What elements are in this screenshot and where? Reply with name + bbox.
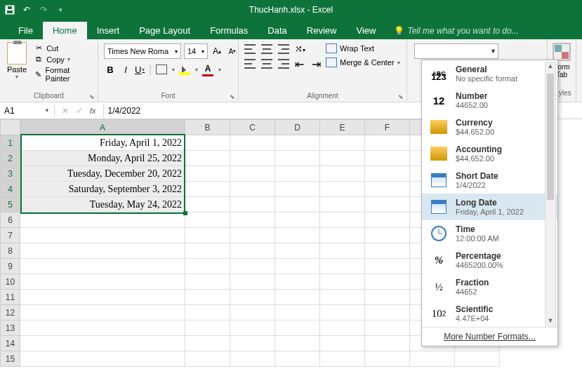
cell[interactable]: [185, 212, 230, 228]
clipboard-launcher[interactable]: ⬊: [89, 93, 95, 100]
cell[interactable]: [365, 274, 410, 290]
cell[interactable]: [275, 336, 320, 351]
cell[interactable]: [185, 243, 230, 259]
align-middle-button[interactable]: [261, 44, 272, 54]
align-left-button[interactable]: [244, 59, 256, 69]
scroll-thumb[interactable]: [547, 74, 554, 200]
cell[interactable]: [230, 290, 275, 305]
cell[interactable]: [365, 259, 410, 274]
format-shortdate[interactable]: Short Date1/4/2022: [422, 167, 557, 194]
cell[interactable]: [230, 166, 275, 182]
scroll-down-icon[interactable]: ▼: [545, 317, 555, 327]
cell[interactable]: [185, 182, 230, 197]
row-header[interactable]: 13: [1, 320, 20, 336]
cell[interactable]: [365, 135, 410, 151]
cell[interactable]: [275, 182, 320, 197]
cell[interactable]: Saturday, September 3, 2022: [20, 182, 185, 197]
cell[interactable]: [185, 274, 230, 290]
cell[interactable]: [365, 336, 410, 351]
more-number-formats[interactable]: More Number Formats...: [422, 327, 557, 346]
cell[interactable]: [365, 320, 410, 336]
row-header[interactable]: 14: [1, 336, 20, 351]
row-header[interactable]: 10: [1, 274, 20, 290]
cell[interactable]: [20, 290, 185, 305]
cell[interactable]: [275, 320, 320, 336]
cell[interactable]: [185, 259, 230, 274]
save-icon[interactable]: [4, 4, 15, 15]
cell[interactable]: [185, 151, 230, 166]
tab-home[interactable]: Home: [43, 22, 87, 39]
cell[interactable]: [320, 320, 365, 336]
alignment-launcher[interactable]: ⬊: [398, 93, 404, 100]
cell[interactable]: [275, 166, 320, 182]
row-header[interactable]: 2: [1, 151, 20, 166]
cell[interactable]: [455, 351, 500, 367]
font-color-button[interactable]: A: [202, 64, 213, 75]
col-header[interactable]: E: [320, 120, 365, 135]
cell[interactable]: [275, 290, 320, 305]
format-longdate[interactable]: Long DateFriday, April 1, 2022: [422, 194, 557, 220]
cell[interactable]: [275, 259, 320, 274]
row-header[interactable]: 11: [1, 290, 20, 305]
cell[interactable]: [230, 151, 275, 166]
cell[interactable]: [230, 243, 275, 259]
wrap-text-button[interactable]: Wrap Text: [326, 43, 400, 53]
cell[interactable]: [20, 320, 185, 336]
cell[interactable]: [275, 305, 320, 320]
cell[interactable]: [365, 212, 410, 228]
cell[interactable]: [320, 305, 365, 320]
cell[interactable]: [275, 351, 320, 367]
cell[interactable]: [185, 336, 230, 351]
enter-formula-icon[interactable]: ✓: [76, 106, 83, 116]
cell[interactable]: [230, 197, 275, 212]
cell[interactable]: Tuesday, December 20, 2022: [20, 166, 185, 182]
tab-review[interactable]: Review: [297, 22, 347, 39]
undo-icon[interactable]: ↶: [21, 4, 32, 15]
cell[interactable]: [185, 305, 230, 320]
cell[interactable]: [185, 197, 230, 212]
cell[interactable]: Monday, April 25, 2022: [20, 151, 185, 166]
cell[interactable]: [320, 151, 365, 166]
tab-file[interactable]: File: [8, 22, 43, 39]
cell[interactable]: [20, 305, 185, 320]
cell[interactable]: [230, 305, 275, 320]
cell[interactable]: [20, 274, 185, 290]
cell[interactable]: [365, 351, 410, 367]
cell[interactable]: [185, 135, 230, 151]
increase-font-button[interactable]: A▴: [211, 43, 223, 59]
align-top-button[interactable]: [244, 44, 256, 54]
col-header[interactable]: B: [185, 120, 230, 135]
format-time[interactable]: Time12:00:00 AM: [422, 220, 557, 247]
orientation-button[interactable]: ⤭▾: [295, 43, 306, 55]
cell[interactable]: [230, 182, 275, 197]
format-scientific[interactable]: 102Scientific4.47E+04: [422, 300, 557, 327]
cell[interactable]: [185, 166, 230, 182]
cell[interactable]: [320, 135, 365, 151]
decrease-font-button[interactable]: A▾: [226, 43, 239, 59]
row-header[interactable]: 1: [1, 135, 20, 151]
row-header[interactable]: 15: [1, 351, 20, 367]
row-header[interactable]: 7: [1, 228, 20, 243]
fx-icon[interactable]: fx: [90, 107, 96, 115]
cell[interactable]: [185, 290, 230, 305]
row-header[interactable]: 8: [1, 243, 20, 259]
format-painter-button[interactable]: ✎Format Painter: [34, 66, 91, 83]
merge-center-button[interactable]: Merge & Center ▾: [326, 58, 400, 67]
row-header[interactable]: 5: [1, 197, 20, 212]
cell[interactable]: [275, 135, 320, 151]
cell[interactable]: [230, 228, 275, 243]
tab-insert[interactable]: Insert: [87, 22, 130, 39]
row-header[interactable]: 12: [1, 305, 20, 320]
col-header[interactable]: C: [230, 120, 275, 135]
align-right-button[interactable]: [278, 59, 289, 69]
row-header[interactable]: 3: [1, 166, 20, 182]
cell[interactable]: Tuesday, May 24, 2022: [20, 197, 185, 212]
align-bottom-button[interactable]: [278, 44, 289, 54]
col-header[interactable]: F: [365, 120, 410, 135]
row-header[interactable]: 4: [1, 182, 20, 197]
cell[interactable]: [275, 243, 320, 259]
tell-me-search[interactable]: 💡Tell me what you want to do...: [394, 22, 518, 39]
number-format-select[interactable]: ▼: [414, 43, 498, 59]
col-header[interactable]: A: [20, 120, 185, 135]
cell[interactable]: [320, 351, 365, 367]
